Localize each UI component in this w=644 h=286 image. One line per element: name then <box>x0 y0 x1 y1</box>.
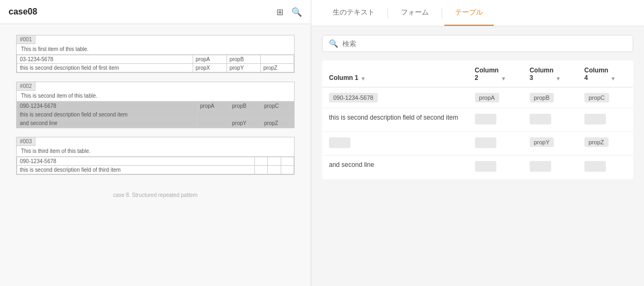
cell: this is second description field of thir… <box>17 166 255 174</box>
cell <box>261 111 294 119</box>
cell: propA <box>197 102 229 111</box>
cell <box>197 119 229 128</box>
header-icons: ⊞ 🔍 <box>274 6 302 17</box>
card-table-2: 090-1234-5678 propA propB propC this is … <box>17 101 294 128</box>
cell-r4-c2 <box>469 156 523 179</box>
cell-r3-c4: propZ <box>578 132 633 156</box>
sort-icon-3: ▼ <box>555 76 561 82</box>
cell <box>268 166 281 174</box>
col-header-3[interactable]: Column3 ▼ <box>523 61 578 87</box>
tabs-bar: 生のテキスト フォーム テーブル <box>311 0 644 26</box>
cell-text: this is second description field of seco… <box>329 114 458 121</box>
cell-pill: propA <box>475 93 499 102</box>
cell: propX <box>193 64 226 72</box>
doc-card-3: #003 This is third item of this table. 0… <box>16 137 295 175</box>
cell-r3-c3: propY <box>523 132 578 156</box>
cell-text: and second line <box>329 161 374 168</box>
card-title-2: This is second item of this table. <box>17 91 294 101</box>
cell-r2-c4 <box>578 108 633 132</box>
cell-r1-c1: 090-1234-5678 <box>323 87 469 108</box>
zoom-icon[interactable]: 🔍 <box>291 6 302 17</box>
table-row: 090-1234-5678 <box>17 157 294 166</box>
sort-icon-2: ▼ <box>501 76 506 82</box>
left-header: case08 ⊞ 🔍 <box>0 0 311 24</box>
cell: propZ <box>261 119 294 128</box>
card-id-3: #003 <box>17 137 35 146</box>
cell-r4-c1: and second line <box>323 156 469 179</box>
cell-r3-c1 <box>323 132 469 156</box>
cell-r4-c3 <box>523 156 578 179</box>
table-row: and second line <box>323 156 633 179</box>
cell <box>229 111 261 119</box>
data-table: Column 1 ▼ Column2 ▼ Column3 ▼ <box>322 61 633 179</box>
cell-r2-c1: this is second description field of seco… <box>323 108 469 132</box>
cell <box>254 157 267 166</box>
tab-raw-text[interactable]: 生のテキスト <box>322 0 385 26</box>
cell <box>281 157 294 166</box>
cell-r1-c3: propB <box>523 87 578 108</box>
cell: propZ <box>260 64 294 72</box>
cell: propY <box>226 64 260 72</box>
table-row: this is second description field of seco… <box>17 111 294 119</box>
doc-card-1: #001 This is first item of this table. 0… <box>16 35 295 73</box>
card-title-1: This is first item of this table. <box>17 44 294 55</box>
table-row: propY propZ <box>323 132 633 156</box>
cell: this is second description field of seco… <box>17 111 197 119</box>
cell <box>281 166 294 174</box>
cell-empty <box>584 114 606 124</box>
cell: 03-1234-5678 <box>17 55 193 64</box>
cell-pill: propC <box>584 93 609 102</box>
table-row: 03-1234-5678 propA propB <box>17 55 294 64</box>
table-row: and second line propY propZ <box>17 119 294 128</box>
cell-r4-c4 <box>578 156 633 179</box>
right-content: 🔍 Column 1 ▼ Column2 ▼ <box>311 26 644 286</box>
card-table-3: 090-1234-5678 this is second description… <box>17 157 294 174</box>
cell-r3-c2 <box>469 132 523 156</box>
cell <box>197 111 229 119</box>
cell: propB <box>226 55 260 64</box>
cell-empty <box>475 137 496 148</box>
right-panel: 生のテキスト フォーム テーブル 🔍 Column 1 ▼ <box>311 0 644 286</box>
cell: propB <box>229 102 261 111</box>
cell-pill: propY <box>530 137 554 147</box>
cell-empty <box>584 161 606 172</box>
cell-pill: propZ <box>584 137 609 147</box>
table-row: 090-1234-5678 propA propB propC <box>17 102 294 111</box>
card-title-3: This is third item of this table. <box>17 146 294 157</box>
cell-r2-c3 <box>523 108 578 132</box>
table-row: this is second description field of firs… <box>17 64 294 72</box>
cell <box>260 55 294 64</box>
cell <box>254 166 267 174</box>
cell: this is second description field of firs… <box>17 64 193 72</box>
col-header-2[interactable]: Column2 ▼ <box>469 61 523 87</box>
search-container: 🔍 <box>322 35 633 52</box>
col-header-1[interactable]: Column 1 ▼ <box>323 61 469 87</box>
cell-empty <box>329 137 350 148</box>
card-table-1: 03-1234-5678 propA propB this is second … <box>17 55 294 72</box>
doc-card-2: #002 This is second item of this table. … <box>16 82 295 128</box>
cell-pill: 090-1234-5678 <box>329 93 378 102</box>
card-id-2: #002 <box>17 82 35 91</box>
cell-r1-c2: propA <box>469 87 523 108</box>
cell-empty <box>530 161 551 172</box>
table-header-row: Column 1 ▼ Column2 ▼ Column3 ▼ <box>323 61 633 87</box>
cell-empty <box>475 114 496 124</box>
grid-icon[interactable]: ⊞ <box>274 6 285 17</box>
table-row: this is second description field of seco… <box>323 108 633 132</box>
cell-pill: propB <box>530 93 554 102</box>
tab-divider-1 <box>387 8 388 18</box>
cell-empty <box>475 161 496 172</box>
tab-form[interactable]: フォーム <box>390 0 440 26</box>
search-input[interactable] <box>342 40 626 48</box>
tab-divider-2 <box>442 8 442 18</box>
sort-icon-1: ▼ <box>361 76 366 82</box>
cell: propY <box>229 119 261 128</box>
cell: 090-1234-5678 <box>17 157 255 166</box>
tab-table[interactable]: テーブル <box>444 0 494 26</box>
cell: propC <box>261 102 294 111</box>
col-header-4[interactable]: Column4 ▼ <box>578 61 633 87</box>
sort-icon-4: ▼ <box>610 76 616 82</box>
cell-r1-c4: propC <box>578 87 633 108</box>
page-title: case08 <box>9 7 37 17</box>
search-icon: 🔍 <box>329 39 338 48</box>
